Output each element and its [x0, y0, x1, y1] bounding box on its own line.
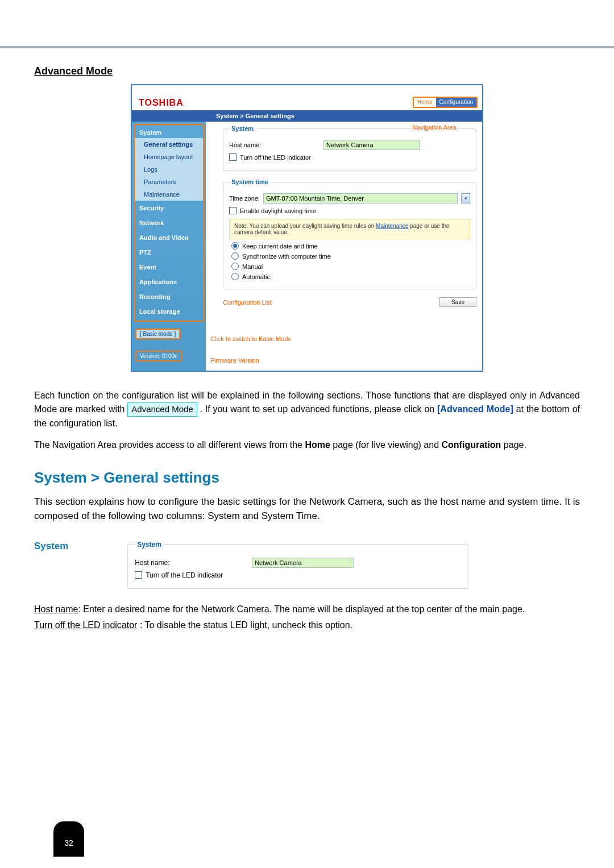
sidebar-logs[interactable]: Logs — [135, 163, 203, 176]
radio-manual[interactable] — [231, 263, 239, 270]
nav-configuration[interactable]: Configuration — [436, 98, 476, 107]
config-screenshot: TOSHIBA Home Configuration System > Gene… — [131, 84, 483, 372]
sidebar-ptz[interactable]: PTZ — [135, 245, 203, 260]
system-legend: System — [229, 125, 256, 132]
navigation-area: Home Configuration — [413, 97, 478, 108]
system-fieldset: System Host name: Turn off the LED indic… — [223, 125, 476, 171]
sidebar-maintenance[interactable]: Maintenance — [135, 188, 203, 201]
dst-note: Note: You can upload your daylight savin… — [229, 219, 470, 239]
sidebar-event[interactable]: Event — [135, 260, 203, 275]
basic-mode-note: Click to switch to Basic Mode — [210, 335, 476, 342]
snippet-host-input[interactable] — [252, 558, 354, 568]
firmware-version-label: Firmware Version — [210, 357, 476, 364]
maintenance-link[interactable]: Maintenance — [376, 223, 408, 229]
navigation-area-label: Navigation Area — [412, 124, 457, 131]
advanced-mode-link-text: [Advanced Mode] — [437, 404, 513, 414]
timezone-input[interactable] — [263, 193, 458, 203]
sidebar-network[interactable]: Network — [135, 215, 203, 230]
sidebar-recording[interactable]: Recording — [135, 289, 203, 304]
basic-mode-button[interactable]: [ Basic mode ] — [135, 329, 180, 339]
radio-automatic[interactable] — [231, 273, 239, 280]
sidebar-parameters[interactable]: Parameters — [135, 176, 203, 188]
sidebar-general-settings[interactable]: General settings — [135, 138, 203, 151]
system-time-fieldset: System time Time zone: ▾ Enable daylight… — [223, 178, 476, 289]
radio-automatic-label: Automatic — [242, 273, 270, 280]
system-subsection-label: System — [34, 541, 125, 552]
sidebar-system[interactable]: System — [135, 127, 203, 138]
dst-checkbox[interactable] — [229, 207, 237, 214]
system-snippet-legend: System — [135, 541, 164, 549]
firmware-version: Version: 0100c — [135, 351, 182, 362]
dst-label: Enable daylight saving time — [240, 207, 316, 214]
sidebar-applications[interactable]: Applications — [135, 275, 203, 289]
radio-keep-current-label: Keep current date and time — [242, 243, 318, 250]
radio-sync-computer-label: Synchronize with computer time — [242, 253, 331, 260]
timezone-label: Time zone: — [229, 195, 260, 202]
sidebar-security[interactable]: Security — [135, 201, 203, 215]
led-description: Turn off the LED indicator : To disable … — [34, 618, 580, 632]
sidebar-audio-video[interactable]: Audio and Video — [135, 230, 203, 245]
system-time-legend: System time — [229, 178, 271, 185]
config-panel: Navigation Area System Host name: Turn o… — [206, 122, 482, 371]
sidebar: System General settings Homepage layout … — [132, 122, 206, 371]
configuration-list-label: Configuration List — [223, 299, 272, 306]
sidebar-local-storage[interactable]: Local storage — [135, 304, 203, 319]
paragraph-3: This section explains how to configure t… — [34, 495, 580, 524]
radio-manual-label: Manual — [242, 263, 263, 270]
save-button[interactable]: Save — [439, 297, 476, 307]
radio-sync-computer[interactable] — [231, 252, 239, 260]
system-general-heading: System > General settings — [34, 469, 580, 487]
system-snippet-fieldset: System Host name: Turn off the LED indic… — [127, 541, 468, 589]
sidebar-group: System General settings Homepage layout … — [134, 124, 204, 322]
brand-logo: TOSHIBA — [139, 98, 184, 108]
host-name-input[interactable] — [323, 140, 420, 150]
advanced-mode-pill: Advanced Mode — [127, 402, 197, 417]
section-title: Advanced Mode — [34, 65, 580, 77]
sidebar-homepage-layout[interactable]: Homepage layout — [135, 151, 203, 163]
breadcrumb: System > General settings — [132, 110, 482, 122]
host-name-description: Host name: Enter a desired name for the … — [34, 603, 580, 616]
host-name-label: Host name: — [229, 142, 320, 148]
snippet-led-label: Turn off the LED indicator — [146, 571, 223, 579]
snippet-led-checkbox[interactable] — [135, 571, 142, 579]
paragraph-2: The Navigation Area provides access to a… — [34, 438, 580, 452]
top-band — [0, 0, 614, 48]
snippet-host-label: Host name: — [135, 559, 248, 567]
timezone-dropdown-icon[interactable]: ▾ — [461, 193, 470, 203]
led-checkbox[interactable] — [229, 153, 237, 161]
nav-home[interactable]: Home — [414, 98, 436, 107]
radio-keep-current[interactable] — [231, 242, 239, 250]
led-checkbox-label: Turn off the LED indicator — [240, 154, 311, 161]
paragraph-1: Each function on the configuration list … — [34, 389, 580, 430]
